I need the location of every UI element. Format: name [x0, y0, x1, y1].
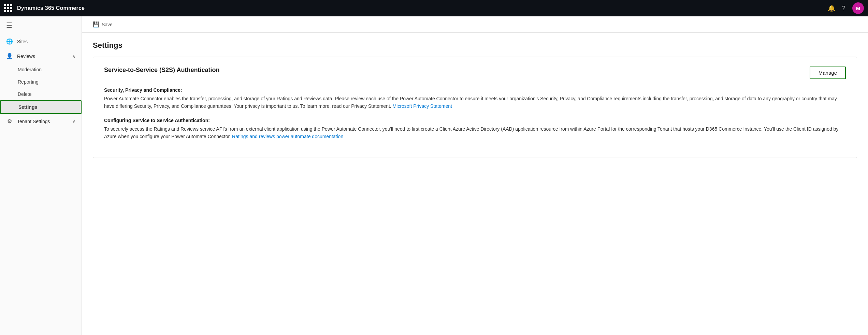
main-content: 💾 Save Settings Service-to-Service (S2S)… — [82, 16, 868, 335]
sidebar-item-moderation[interactable]: Moderation — [0, 63, 82, 76]
microsoft-privacy-link[interactable]: Microsoft Privacy Statement — [393, 103, 452, 109]
topbar-right: 🔔 ? M — [828, 2, 864, 14]
configuring-section-title: Configuring Service to Service Authentic… — [104, 118, 846, 123]
app-layout: ☰ 🌐 Sites 👤 Reviews ∧ Moderation Reporti… — [0, 16, 868, 335]
topbar: Dynamics 365 Commerce 🔔 ? M — [0, 0, 868, 16]
sidebar-item-reviews[interactable]: 👤 Reviews ∧ — [0, 49, 82, 63]
manage-button[interactable]: Manage — [810, 67, 846, 79]
save-button[interactable]: 💾 Save — [90, 20, 115, 29]
apps-grid-icon[interactable] — [4, 4, 12, 12]
card-header: Service-to-Service (S2S) Authentication … — [104, 67, 846, 79]
tenant-settings-chevron-icon: ∨ — [72, 119, 75, 124]
content-area: Settings Service-to-Service (S2S) Authen… — [82, 33, 868, 335]
reviews-chevron-icon: ∧ — [72, 54, 75, 59]
sidebar-item-reviews-label: Reviews — [17, 54, 68, 59]
sidebar-item-settings[interactable]: Settings — [0, 100, 82, 114]
reviews-icon: 👤 — [6, 53, 13, 59]
sidebar-item-tenant-settings-label: Tenant Settings — [17, 119, 68, 124]
sites-icon: 🌐 — [6, 38, 13, 45]
sidebar-item-sites-label: Sites — [17, 39, 75, 44]
sidebar-item-tenant-settings[interactable]: ⚙ Tenant Settings ∨ — [0, 114, 82, 129]
security-section-title: Security, Privacy and Compliance: — [104, 87, 846, 93]
configuring-section: Configuring Service to Service Authentic… — [104, 118, 846, 141]
security-section-body: Power Automate Connector enables the tra… — [104, 95, 846, 110]
card-title: Service-to-Service (S2S) Authentication — [104, 67, 219, 74]
sidebar-hamburger-icon[interactable]: ☰ — [0, 16, 82, 34]
notification-icon[interactable]: 🔔 — [828, 4, 835, 12]
user-avatar[interactable]: M — [852, 2, 864, 14]
page-title: Settings — [93, 41, 857, 50]
s2s-auth-card: Service-to-Service (S2S) Authentication … — [93, 57, 857, 158]
sidebar-item-reporting[interactable]: Reporting — [0, 76, 82, 88]
tenant-settings-icon: ⚙ — [6, 118, 13, 125]
app-title: Dynamics 365 Commerce — [17, 5, 828, 11]
ratings-reviews-link[interactable]: Ratings and reviews power automate docum… — [232, 134, 343, 139]
sidebar-item-delete[interactable]: Delete — [0, 88, 82, 100]
security-section: Security, Privacy and Compliance: Power … — [104, 87, 846, 110]
save-label: Save — [102, 22, 113, 27]
toolbar: 💾 Save — [82, 16, 868, 33]
sidebar-item-sites[interactable]: 🌐 Sites — [0, 34, 82, 49]
help-icon[interactable]: ? — [842, 5, 845, 12]
save-icon: 💾 — [93, 21, 100, 28]
sidebar: ☰ 🌐 Sites 👤 Reviews ∧ Moderation Reporti… — [0, 16, 82, 335]
configuring-section-body: To securely access the Ratings and Revie… — [104, 125, 846, 141]
